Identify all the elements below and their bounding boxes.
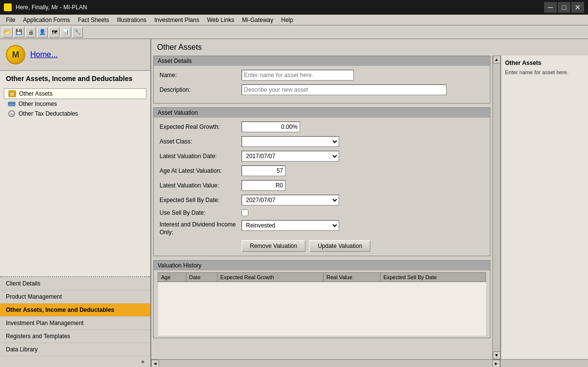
age-at-latest-valuation-label: Age At Latest Valuation: [160, 167, 238, 174]
section-title: Other Assets, Income and Deductables [0, 71, 150, 86]
use-sell-by-date-checkbox[interactable] [242, 209, 248, 216]
nav-other-assets-income[interactable]: Other Assets, Income and Deductables [0, 304, 150, 317]
latest-valuation-date-label: Latest Valuation Date: [160, 153, 238, 160]
bottom-nav-arrow[interactable]: » [0, 356, 150, 367]
description-input[interactable] [242, 84, 446, 95]
right-sidebar-title: Other Assets [505, 60, 584, 66]
use-sell-by-date-row: Use Sell By Date: [160, 209, 484, 216]
expected-sell-by-date-select[interactable]: 2027/07/07 [242, 195, 339, 205]
menu-illustrations[interactable]: Illustrations [113, 16, 150, 24]
scroll-down-button[interactable]: ▼ [493, 351, 501, 359]
asset-class-row: Asset Class: [160, 136, 484, 147]
svg-rect-0 [8, 102, 15, 106]
window-title: Here, Finally, Mr - MI-PLAN [16, 4, 87, 11]
valuation-buttons: Remove Valuation Update Valuation [242, 240, 484, 252]
nav-data-library[interactable]: Data Library [0, 343, 150, 356]
expected-real-growth-input[interactable] [242, 122, 300, 132]
age-at-latest-valuation-input[interactable] [242, 165, 285, 176]
bottom-scroll-right [500, 360, 588, 367]
toolbar: 📂 💾 🖨 👤 🗺 📊 🔧 [0, 25, 588, 39]
latest-valuation-date-select[interactable]: 2017/07/07 [242, 151, 339, 162]
app-icon [4, 3, 12, 11]
toolbar-open[interactable]: 📂 [2, 27, 13, 38]
svg-text:%: % [10, 112, 14, 117]
left-panel: M Home... Other Assets, Income and Deduc… [0, 39, 151, 367]
menu-fact-sheets[interactable]: Fact Sheets [74, 16, 113, 24]
name-label: Name: [160, 72, 238, 79]
toolbar-save[interactable]: 💾 [14, 27, 24, 38]
home-link[interactable]: M Home... [6, 45, 144, 64]
description-label: Description: [160, 86, 238, 93]
asset-details-header: Asset Details [154, 56, 490, 66]
toolbar-print[interactable]: 🖨 [25, 27, 36, 38]
maximize-button[interactable]: □ [558, 2, 570, 13]
latest-valuation-value-label: Latest Valuation Value: [160, 182, 238, 189]
scroll-up-button[interactable]: ▲ [493, 56, 501, 63]
other-assets-icon: ▤ [8, 90, 16, 97]
name-row: Name: [160, 70, 484, 81]
table-row-empty [158, 282, 486, 336]
update-valuation-button[interactable]: Update Valuation [309, 240, 370, 252]
other-incomes-icon [8, 101, 16, 107]
page-title: Other Assets [151, 39, 588, 56]
scroll-left-button[interactable]: ◄ [151, 360, 159, 367]
right-sidebar: Other Assets Enter name for asset here. [500, 56, 588, 359]
toolbar-user[interactable]: 👤 [37, 27, 48, 38]
expected-real-growth-label: Expected Real Growth: [160, 123, 238, 130]
col-expected-sell-by-date: Expected Sell By Date [380, 273, 486, 282]
bottom-nav: Client Details Product Management Other … [0, 276, 150, 367]
vertical-scrollbar[interactable]: ▲ ▼ [492, 56, 500, 359]
remove-valuation-button[interactable]: Remove Valuation [242, 240, 305, 252]
asset-class-select[interactable] [242, 136, 339, 147]
bottom-scroll-area: ◄ ► [151, 359, 588, 367]
nav-registers-templates[interactable]: Registers and Templates [0, 330, 150, 343]
asset-details-section: Asset Details Name: Description: [153, 56, 490, 103]
col-expected-real-growth: Expected Real Growth [217, 273, 323, 282]
menu-help[interactable]: Help [277, 16, 297, 24]
interest-dividend-row: Interest and Dividend Income Only: Reinv… [160, 220, 484, 236]
right-content: Other Assets Asset Details Name: Descrip… [151, 39, 588, 367]
expected-sell-by-date-label: Expected Sell By Date: [160, 197, 238, 204]
close-button[interactable]: ✕ [571, 2, 584, 13]
valuation-history-section: Valuation History Age Date Expected Real… [153, 260, 490, 338]
nav-investment-plan[interactable]: Investment Plan Management [0, 317, 150, 330]
use-sell-by-date-label: Use Sell By Date: [160, 209, 238, 216]
latest-valuation-value-input[interactable] [242, 180, 285, 191]
right-sidebar-description: Enter name for asset here. [505, 69, 584, 75]
menu-investment-plans[interactable]: Investment Plans [150, 16, 203, 24]
menu-file[interactable]: File [2, 16, 19, 24]
latest-valuation-value-row: Latest Valuation Value: [160, 180, 484, 191]
menu-web-links[interactable]: Web Links [203, 16, 238, 24]
minimize-button[interactable]: ─ [544, 2, 557, 13]
home-text[interactable]: Home... [30, 50, 58, 59]
nav-section: ▤ Other Assets Other Incomes % Other Tax… [0, 86, 150, 121]
menu-mi-gateway[interactable]: Mi-Gateway [238, 16, 277, 24]
asset-class-label: Asset Class: [160, 138, 238, 145]
toolbar-map[interactable]: 🗺 [49, 27, 60, 38]
title-bar: Here, Finally, Mr - MI-PLAN ─ □ ✕ [0, 0, 588, 15]
latest-valuation-date-row: Latest Valuation Date: 2017/07/07 [160, 151, 484, 162]
toolbar-settings[interactable]: 🔧 [72, 27, 83, 38]
name-input[interactable] [242, 70, 354, 81]
expected-sell-by-date-row: Expected Sell By Date: 2027/07/07 [160, 195, 484, 205]
nav-client-details[interactable]: Client Details [0, 277, 150, 290]
nav-other-assets[interactable]: ▤ Other Assets [4, 88, 146, 99]
expected-real-growth-row: Expected Real Growth: [160, 122, 484, 132]
menu-application-forms[interactable]: Application Forms [19, 16, 74, 24]
nav-other-incomes[interactable]: Other Incomes [4, 99, 146, 109]
col-date: Date [186, 273, 217, 282]
col-real-value: Real Value [324, 273, 381, 282]
age-at-latest-valuation-row: Age At Latest Valuation: [160, 165, 484, 176]
toolbar-chart[interactable]: 📊 [61, 27, 71, 38]
bottom-scrollbar[interactable]: ◄ ► [151, 360, 500, 367]
asset-valuation-header: Asset Valuation [154, 108, 490, 118]
scroll-right-button[interactable]: ► [492, 360, 500, 367]
description-row: Description: [160, 84, 484, 95]
nav-other-assets-label: Other Assets [19, 90, 53, 97]
nav-product-management[interactable]: Product Management [0, 290, 150, 304]
valuation-history-header: Valuation History [154, 261, 490, 270]
nav-other-tax-deductables[interactable]: % Other Tax Deductables [4, 109, 146, 119]
asset-valuation-section: Asset Valuation Expected Real Growth: As… [153, 107, 490, 256]
interest-dividend-select[interactable]: Reinvested [242, 220, 339, 231]
nav-other-tax-deductables-label: Other Tax Deductables [19, 110, 78, 117]
